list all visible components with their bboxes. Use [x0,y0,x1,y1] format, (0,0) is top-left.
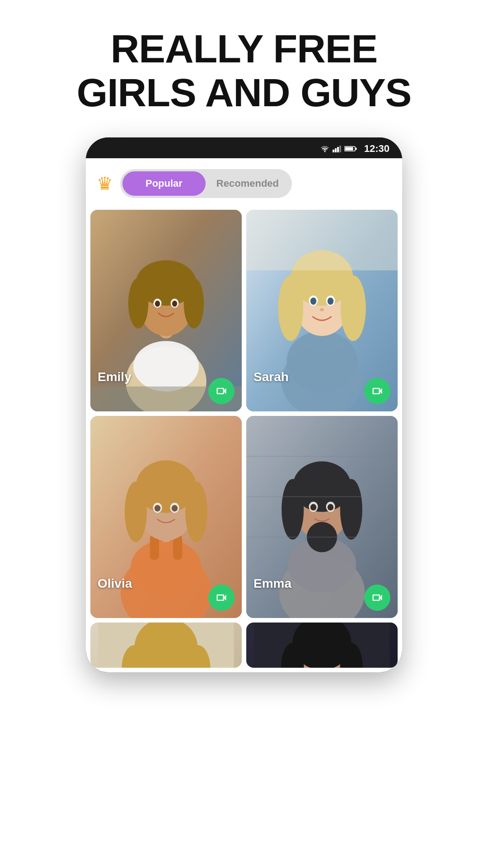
partial-card-1 [90,623,242,668]
app-header: ♛ Popular Recomended [86,158,402,205]
svg-rect-33 [246,210,398,270]
emma-video-call-button[interactable] [364,585,390,611]
svg-point-9 [133,341,199,392]
video-camera-icon-olivia [215,591,228,604]
partial-profiles-row [86,623,402,672]
partial-image-1 [90,623,242,668]
svg-point-27 [341,275,366,341]
svg-point-18 [172,301,177,307]
svg-point-17 [155,301,160,307]
status-bar: 12:30 [86,137,402,158]
svg-point-30 [310,297,316,305]
partial-image-2 [246,623,398,668]
profile-card-emma[interactable]: Emma [246,416,398,618]
svg-rect-1 [335,148,337,152]
page-headline: REALLY FREE GIRLS AND GUYS [50,0,439,137]
status-icons [320,145,357,152]
profile-card-emily[interactable]: Emily [90,210,242,412]
profile-card-olivia[interactable]: Olivia [90,416,242,618]
headline-line1: REALLY FREE [111,26,377,71]
svg-rect-5 [345,147,353,150]
svg-rect-3 [339,146,341,152]
status-time: 12:30 [364,143,389,155]
olivia-video-call-button[interactable] [208,585,235,611]
svg-rect-0 [333,150,334,152]
svg-point-31 [328,297,333,305]
profiles-grid: Emily [86,205,402,623]
sarah-name: Sarah [253,370,289,384]
signal-icon [333,145,342,152]
olivia-name: Olivia [98,576,132,591]
video-camera-icon [215,385,228,397]
svg-rect-2 [337,147,339,152]
emily-name: Emily [98,370,131,384]
tab-switcher: Popular Recomended [120,169,292,198]
partial-card-2 [246,623,398,668]
wifi-icon [320,145,330,152]
svg-rect-6 [355,147,357,150]
video-camera-icon-sarah [371,385,384,397]
headline-line2: GIRLS AND GUYS [77,70,412,115]
battery-icon [344,146,357,152]
tab-recommended[interactable]: Recomended [206,171,290,196]
svg-point-14 [184,278,204,328]
crown-icon: ♛ [97,173,113,194]
tab-popular[interactable]: Popular [122,171,206,196]
emily-video-call-button[interactable] [208,378,235,404]
svg-point-26 [278,275,303,341]
emma-name: Emma [253,576,291,591]
video-camera-icon-emma [371,591,384,604]
svg-point-32 [320,308,324,311]
svg-point-13 [128,278,149,328]
profile-card-sarah[interactable]: Sarah [246,210,398,412]
app-content: ♛ Popular Recomended [86,158,402,672]
sarah-video-call-button[interactable] [364,378,390,404]
phone-mockup: 12:30 ♛ Popular Recomended [86,137,402,672]
